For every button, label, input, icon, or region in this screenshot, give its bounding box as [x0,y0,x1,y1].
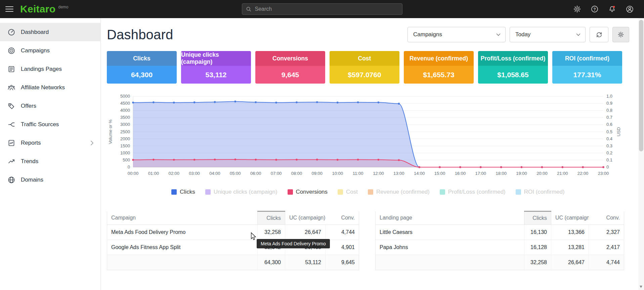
svg-text:0.3: 0.3 [606,143,612,148]
totals-clicks: 64,300 [258,255,285,270]
sidebar-item-label: Landings Pages [21,66,62,72]
svg-text:2000: 2000 [120,136,130,141]
date-range-select[interactable]: Today [510,27,586,42]
legend-item-conversions[interactable]: Conversions [288,189,328,195]
scrollbar-thumb[interactable] [639,20,643,151]
sidebar-item-label: Affiliate Networks [21,84,65,91]
svg-text:23:00: 23:00 [598,171,609,176]
globe-icon [7,176,15,184]
svg-text:22:00: 22:00 [577,171,589,176]
search-bar[interactable] [242,3,402,15]
dashboard-settings-button[interactable] [612,27,629,42]
svg-text:02:00: 02:00 [168,171,179,176]
page-title: Dashboard [107,27,173,42]
totals-clicks: 32,258 [524,255,551,270]
sidebar-item-dashboard[interactable]: Dashboard [0,23,100,41]
account-icon[interactable] [625,5,634,13]
scrollbar-down-arrow-icon[interactable] [640,286,642,288]
sidebar-item-landings-pages[interactable]: Landings Pages [0,60,100,78]
sidebar-item-reports[interactable]: Reports [0,134,100,152]
metric-card-title: ROI (confirmed) [552,51,622,66]
sidebar-item-affiliate-networks[interactable]: Affiliate Networks [0,78,100,97]
totals-conv: 9,645 [326,255,359,270]
sidebar-item-traffic-sources[interactable]: Traffic Sources [0,115,100,134]
sidebar-item-campaigns[interactable]: Campaigns [0,41,100,60]
sidebar-item-trends[interactable]: Trends [0,152,100,171]
legend-label: Unique clicks (campaign) [214,189,277,195]
campaigns-filter-select[interactable]: Campaigns [407,27,506,42]
svg-text:2500: 2500 [120,129,130,134]
chevron-down-icon [576,33,581,36]
legend-item-profit-loss[interactable]: Profit/Loss (confirmed) [440,189,506,195]
metric-card-title: Clicks [107,51,177,66]
settings-icon[interactable] [573,5,582,13]
table-row[interactable]: Papa Johns 16,128 13,281 2,417 [376,240,624,255]
legend-item-revenue[interactable]: Revenue (confirmed) [368,189,430,195]
svg-text:16:00: 16:00 [455,171,466,176]
legend-item-unique-clicks[interactable]: Unique clicks (campaign) [205,189,277,195]
legend-item-cost[interactable]: Cost [338,189,358,195]
svg-text:3000: 3000 [120,122,130,127]
metric-card-profit-loss: Profit/Loss (confirmed) $1,058.65 [478,51,548,84]
svg-text:0.2: 0.2 [606,150,612,155]
legend-swatch [288,189,293,195]
logo[interactable]: Keitaro demo [20,4,69,14]
svg-text:11:00: 11:00 [353,171,363,176]
tag-icon [7,102,15,110]
column-header-landing-page[interactable]: Landing page [376,211,524,225]
sidebar-item-label: Domains [21,177,43,183]
sidebar-item-domains[interactable]: Domains [0,171,100,189]
refresh-button[interactable] [590,27,608,42]
help-icon[interactable]: ? [590,5,599,13]
table-row[interactable]: Meta Ads Food Delivery Promo 32,258 26,6… [107,225,359,240]
svg-text:00:00: 00:00 [128,171,139,176]
metric-cards-row: Clicks 64,300 Unique clicks (campaign) 5… [107,51,629,84]
search-input[interactable] [254,6,399,12]
notifications-icon[interactable] [608,5,616,13]
metric-card-clicks: Clicks 64,300 [107,51,177,84]
campaign-name[interactable]: Meta Ads Food Delivery Promo [107,225,258,240]
sidebar-item-offers[interactable]: Offers [0,97,100,115]
svg-text:0.1: 0.1 [606,157,612,162]
landing-name[interactable]: Papa Johns [376,240,524,255]
legend-swatch [171,189,177,195]
svg-text:1.0: 1.0 [606,94,612,99]
main-content: Dashboard Campaigns Today [101,18,644,290]
landing-pages-table: Landing page Clicks UC (campaign) Conv. … [375,211,624,270]
table-row[interactable]: Little Caesars 16,130 13,366 2,327 [376,225,624,240]
column-header-conv[interactable]: Conv. [589,211,624,225]
column-header-conv[interactable]: Conv. [326,211,359,225]
svg-text:0.4: 0.4 [606,136,612,141]
svg-text:18:00: 18:00 [496,171,507,176]
metric-card-conversions: Conversions 9,645 [255,51,325,84]
metric-card-value: 177.31% [552,66,622,84]
column-header-clicks[interactable]: Clicks [524,211,551,225]
sidebar-item-label: Trends [21,158,38,165]
legend-item-clicks[interactable]: Clicks [171,189,195,195]
column-header-uc-campaign[interactable]: UC (campaign) [551,211,589,225]
svg-text:06:00: 06:00 [250,171,261,176]
column-header-campaign[interactable]: Campaign [107,211,258,225]
legend-label: Conversions [296,189,328,195]
svg-text:05:00: 05:00 [230,171,241,176]
legend-label: ROI (confirmed) [524,189,565,195]
column-header-uc-campaign[interactable]: UC (campaign) [285,211,326,225]
menu-icon[interactable] [0,0,19,18]
column-header-clicks[interactable]: Clicks [258,211,285,225]
metric-card-title: Unique clicks (campaign) [181,51,251,66]
svg-text:10:00: 10:00 [332,171,343,176]
legend-item-roi[interactable]: ROI (confirmed) [516,189,565,195]
campaign-name[interactable]: Google Ads Fitness App Split [107,240,258,255]
metric-card-roi: ROI (confirmed) 177.31% [552,51,622,84]
page-scrollbar[interactable] [638,18,644,290]
report-icon [7,139,15,147]
landing-name[interactable]: Little Caesars [376,225,524,240]
svg-text:13:00: 13:00 [393,171,404,176]
svg-text:19:00: 19:00 [516,171,527,176]
traffic-chart: 0500100015002000250030003500400045005000… [107,93,629,195]
legend-label: Revenue (confirmed) [376,189,430,195]
gear-icon [617,31,624,38]
topbar: Keitaro demo ? [0,0,644,18]
chart-canvas: 0500100015002000250030003500400045005000… [107,93,624,179]
table-header-row: Campaign Clicks UC (campaign) Conv. [107,211,359,225]
